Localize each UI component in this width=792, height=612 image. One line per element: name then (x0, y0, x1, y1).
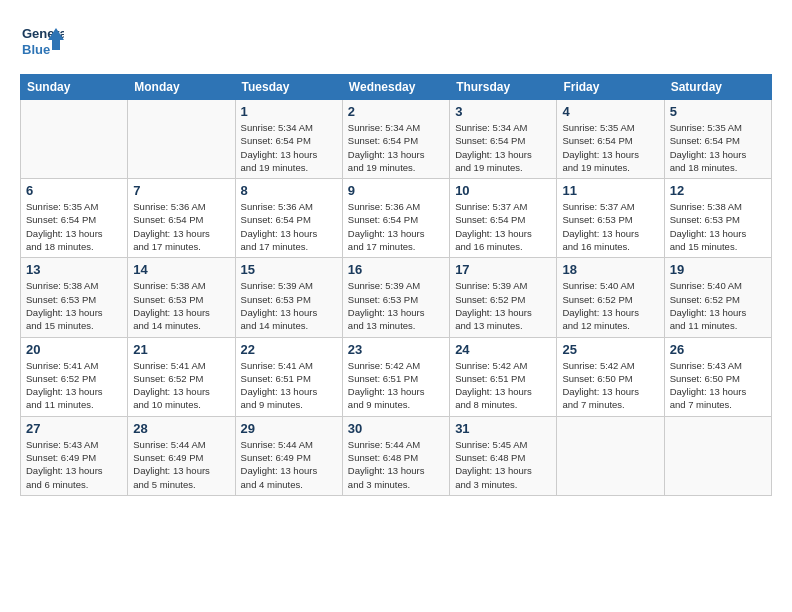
calendar-cell (128, 100, 235, 179)
day-info: Sunrise: 5:36 AM Sunset: 6:54 PM Dayligh… (133, 200, 229, 253)
calendar-cell: 9Sunrise: 5:36 AM Sunset: 6:54 PM Daylig… (342, 179, 449, 258)
calendar-cell: 30Sunrise: 5:44 AM Sunset: 6:48 PM Dayli… (342, 416, 449, 495)
day-number: 20 (26, 342, 122, 357)
calendar-cell: 27Sunrise: 5:43 AM Sunset: 6:49 PM Dayli… (21, 416, 128, 495)
day-info: Sunrise: 5:37 AM Sunset: 6:54 PM Dayligh… (455, 200, 551, 253)
day-number: 5 (670, 104, 766, 119)
day-info: Sunrise: 5:43 AM Sunset: 6:49 PM Dayligh… (26, 438, 122, 491)
day-number: 28 (133, 421, 229, 436)
day-info: Sunrise: 5:43 AM Sunset: 6:50 PM Dayligh… (670, 359, 766, 412)
day-number: 15 (241, 262, 337, 277)
weekday-header-row: SundayMondayTuesdayWednesdayThursdayFrid… (21, 75, 772, 100)
calendar-cell: 16Sunrise: 5:39 AM Sunset: 6:53 PM Dayli… (342, 258, 449, 337)
calendar-cell: 25Sunrise: 5:42 AM Sunset: 6:50 PM Dayli… (557, 337, 664, 416)
day-info: Sunrise: 5:41 AM Sunset: 6:52 PM Dayligh… (26, 359, 122, 412)
calendar-week-3: 13Sunrise: 5:38 AM Sunset: 6:53 PM Dayli… (21, 258, 772, 337)
page-header: General Blue (20, 20, 772, 64)
day-number: 31 (455, 421, 551, 436)
calendar-week-5: 27Sunrise: 5:43 AM Sunset: 6:49 PM Dayli… (21, 416, 772, 495)
day-info: Sunrise: 5:42 AM Sunset: 6:51 PM Dayligh… (348, 359, 444, 412)
day-number: 18 (562, 262, 658, 277)
day-number: 1 (241, 104, 337, 119)
calendar-cell: 8Sunrise: 5:36 AM Sunset: 6:54 PM Daylig… (235, 179, 342, 258)
day-info: Sunrise: 5:41 AM Sunset: 6:51 PM Dayligh… (241, 359, 337, 412)
calendar-cell (664, 416, 771, 495)
day-number: 10 (455, 183, 551, 198)
day-number: 14 (133, 262, 229, 277)
day-number: 3 (455, 104, 551, 119)
day-info: Sunrise: 5:39 AM Sunset: 6:53 PM Dayligh… (348, 279, 444, 332)
calendar-cell: 21Sunrise: 5:41 AM Sunset: 6:52 PM Dayli… (128, 337, 235, 416)
calendar-cell: 6Sunrise: 5:35 AM Sunset: 6:54 PM Daylig… (21, 179, 128, 258)
calendar-cell: 11Sunrise: 5:37 AM Sunset: 6:53 PM Dayli… (557, 179, 664, 258)
calendar-table: SundayMondayTuesdayWednesdayThursdayFrid… (20, 74, 772, 496)
day-info: Sunrise: 5:35 AM Sunset: 6:54 PM Dayligh… (26, 200, 122, 253)
day-number: 24 (455, 342, 551, 357)
day-info: Sunrise: 5:39 AM Sunset: 6:53 PM Dayligh… (241, 279, 337, 332)
day-info: Sunrise: 5:42 AM Sunset: 6:50 PM Dayligh… (562, 359, 658, 412)
calendar-week-1: 1Sunrise: 5:34 AM Sunset: 6:54 PM Daylig… (21, 100, 772, 179)
calendar-cell: 29Sunrise: 5:44 AM Sunset: 6:49 PM Dayli… (235, 416, 342, 495)
calendar-cell (557, 416, 664, 495)
day-info: Sunrise: 5:35 AM Sunset: 6:54 PM Dayligh… (670, 121, 766, 174)
calendar-cell: 13Sunrise: 5:38 AM Sunset: 6:53 PM Dayli… (21, 258, 128, 337)
day-number: 2 (348, 104, 444, 119)
day-number: 13 (26, 262, 122, 277)
day-info: Sunrise: 5:41 AM Sunset: 6:52 PM Dayligh… (133, 359, 229, 412)
weekday-header-monday: Monday (128, 75, 235, 100)
day-number: 4 (562, 104, 658, 119)
calendar-cell: 28Sunrise: 5:44 AM Sunset: 6:49 PM Dayli… (128, 416, 235, 495)
day-info: Sunrise: 5:42 AM Sunset: 6:51 PM Dayligh… (455, 359, 551, 412)
day-number: 19 (670, 262, 766, 277)
day-number: 21 (133, 342, 229, 357)
day-info: Sunrise: 5:34 AM Sunset: 6:54 PM Dayligh… (455, 121, 551, 174)
day-info: Sunrise: 5:36 AM Sunset: 6:54 PM Dayligh… (241, 200, 337, 253)
calendar-week-2: 6Sunrise: 5:35 AM Sunset: 6:54 PM Daylig… (21, 179, 772, 258)
day-number: 11 (562, 183, 658, 198)
day-number: 23 (348, 342, 444, 357)
day-info: Sunrise: 5:38 AM Sunset: 6:53 PM Dayligh… (133, 279, 229, 332)
calendar-cell: 19Sunrise: 5:40 AM Sunset: 6:52 PM Dayli… (664, 258, 771, 337)
day-info: Sunrise: 5:44 AM Sunset: 6:48 PM Dayligh… (348, 438, 444, 491)
day-number: 22 (241, 342, 337, 357)
weekday-header-saturday: Saturday (664, 75, 771, 100)
calendar-week-4: 20Sunrise: 5:41 AM Sunset: 6:52 PM Dayli… (21, 337, 772, 416)
weekday-header-wednesday: Wednesday (342, 75, 449, 100)
calendar-cell: 18Sunrise: 5:40 AM Sunset: 6:52 PM Dayli… (557, 258, 664, 337)
logo-svg: General Blue (20, 20, 64, 64)
day-info: Sunrise: 5:44 AM Sunset: 6:49 PM Dayligh… (241, 438, 337, 491)
calendar-cell: 5Sunrise: 5:35 AM Sunset: 6:54 PM Daylig… (664, 100, 771, 179)
day-number: 6 (26, 183, 122, 198)
calendar-cell: 26Sunrise: 5:43 AM Sunset: 6:50 PM Dayli… (664, 337, 771, 416)
weekday-header-friday: Friday (557, 75, 664, 100)
weekday-header-thursday: Thursday (450, 75, 557, 100)
calendar-cell (21, 100, 128, 179)
calendar-cell: 24Sunrise: 5:42 AM Sunset: 6:51 PM Dayli… (450, 337, 557, 416)
day-number: 16 (348, 262, 444, 277)
calendar-cell: 7Sunrise: 5:36 AM Sunset: 6:54 PM Daylig… (128, 179, 235, 258)
day-info: Sunrise: 5:40 AM Sunset: 6:52 PM Dayligh… (562, 279, 658, 332)
calendar-cell: 23Sunrise: 5:42 AM Sunset: 6:51 PM Dayli… (342, 337, 449, 416)
logo: General Blue (20, 20, 64, 64)
calendar-cell: 3Sunrise: 5:34 AM Sunset: 6:54 PM Daylig… (450, 100, 557, 179)
day-info: Sunrise: 5:34 AM Sunset: 6:54 PM Dayligh… (241, 121, 337, 174)
day-info: Sunrise: 5:34 AM Sunset: 6:54 PM Dayligh… (348, 121, 444, 174)
day-number: 27 (26, 421, 122, 436)
day-info: Sunrise: 5:38 AM Sunset: 6:53 PM Dayligh… (26, 279, 122, 332)
calendar-cell: 10Sunrise: 5:37 AM Sunset: 6:54 PM Dayli… (450, 179, 557, 258)
day-info: Sunrise: 5:36 AM Sunset: 6:54 PM Dayligh… (348, 200, 444, 253)
day-info: Sunrise: 5:38 AM Sunset: 6:53 PM Dayligh… (670, 200, 766, 253)
svg-text:Blue: Blue (22, 42, 50, 57)
day-info: Sunrise: 5:35 AM Sunset: 6:54 PM Dayligh… (562, 121, 658, 174)
day-info: Sunrise: 5:37 AM Sunset: 6:53 PM Dayligh… (562, 200, 658, 253)
day-number: 17 (455, 262, 551, 277)
day-info: Sunrise: 5:40 AM Sunset: 6:52 PM Dayligh… (670, 279, 766, 332)
calendar-cell: 1Sunrise: 5:34 AM Sunset: 6:54 PM Daylig… (235, 100, 342, 179)
day-number: 9 (348, 183, 444, 198)
day-number: 26 (670, 342, 766, 357)
weekday-header-tuesday: Tuesday (235, 75, 342, 100)
calendar-cell: 4Sunrise: 5:35 AM Sunset: 6:54 PM Daylig… (557, 100, 664, 179)
day-number: 29 (241, 421, 337, 436)
calendar-cell: 17Sunrise: 5:39 AM Sunset: 6:52 PM Dayli… (450, 258, 557, 337)
day-info: Sunrise: 5:44 AM Sunset: 6:49 PM Dayligh… (133, 438, 229, 491)
